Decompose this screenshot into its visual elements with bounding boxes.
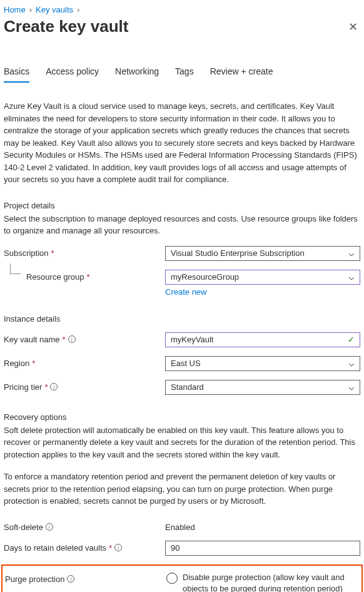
tabs: Basics Access policy Networking Tags Rev… [4, 63, 360, 83]
key-vault-name-label: Key vault name* i [4, 332, 165, 344]
purge-disable-radio[interactable]: Disable purge protection (allow key vaul… [166, 572, 359, 593]
tab-basics[interactable]: Basics [4, 63, 29, 83]
chevron-right-icon: › [77, 5, 79, 14]
pricing-tier-label: Pricing tier* i [4, 380, 165, 392]
resource-group-label: Resource group* [4, 270, 165, 282]
chevron-down-icon [348, 250, 355, 257]
recovery-desc-2: To enforce a mandatory retention period … [4, 471, 360, 508]
subscription-label: Subscription* [4, 246, 165, 258]
days-retain-input[interactable]: 90 [165, 541, 360, 556]
purge-protection-highlight: Purge protection i Disable purge protect… [1, 564, 363, 593]
tab-networking[interactable]: Networking [115, 63, 159, 83]
radio-icon [166, 573, 178, 584]
soft-delete-value: Enabled [165, 520, 360, 532]
region-select[interactable]: East US [165, 356, 360, 371]
soft-delete-label: Soft-delete i [4, 520, 165, 532]
subscription-select[interactable]: Visual Studio Enterprise Subscription [165, 246, 360, 261]
page-title: Create key vault [4, 17, 128, 36]
info-icon[interactable]: i [67, 575, 74, 583]
project-details-desc: Select the subscription to manage deploy… [4, 213, 360, 237]
intro-text: Azure Key Vault is a cloud service used … [4, 100, 360, 186]
info-icon[interactable]: i [68, 335, 76, 343]
key-vault-name-input[interactable]: myKeyVault ✓ [165, 332, 360, 347]
breadcrumb-key-vaults[interactable]: Key vaults [36, 5, 73, 14]
region-label: Region* [4, 356, 165, 368]
info-icon[interactable]: i [50, 383, 58, 390]
tab-tags[interactable]: Tags [175, 63, 194, 83]
days-retain-label: Days to retain deleted vaults* i [4, 541, 165, 553]
chevron-right-icon: › [29, 5, 32, 14]
pricing-tier-select[interactable]: Standard [165, 380, 360, 395]
breadcrumb: Home › Key vaults › [4, 0, 360, 16]
info-icon[interactable]: i [114, 544, 122, 551]
project-details-heading: Project details [4, 201, 360, 210]
breadcrumb-home[interactable]: Home [4, 5, 26, 14]
close-icon[interactable]: ✕ [346, 18, 360, 36]
tab-access-policy[interactable]: Access policy [46, 63, 99, 83]
recovery-desc-1: Soft delete protection will automaticall… [4, 424, 360, 461]
recovery-options-heading: Recovery options [4, 412, 360, 422]
chevron-down-icon [348, 274, 355, 280]
check-icon: ✓ [348, 335, 355, 344]
tab-review-create[interactable]: Review + create [210, 63, 273, 83]
create-new-link[interactable]: Create new [165, 287, 206, 297]
chevron-down-icon [348, 360, 355, 367]
info-icon[interactable]: i [46, 523, 53, 531]
chevron-down-icon [348, 384, 355, 390]
instance-details-heading: Instance details [4, 314, 360, 324]
resource-group-select[interactable]: myResourceGroup [165, 270, 360, 285]
purge-protection-label: Purge protection i [5, 572, 166, 584]
